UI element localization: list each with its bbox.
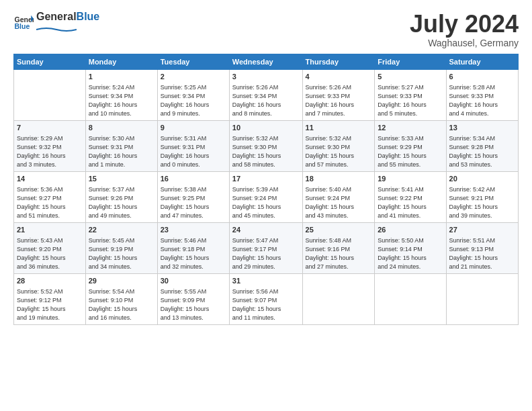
day-info: Sunrise: 5:56 AMSunset: 9:07 PMDaylight:… [232, 287, 300, 322]
calendar-cell: 29Sunrise: 5:54 AMSunset: 9:10 PMDayligh… [85, 274, 157, 325]
day-info: Sunrise: 5:48 AMSunset: 9:16 PMDaylight:… [306, 236, 372, 271]
day-number: 21 [17, 225, 83, 236]
calendar-cell: 28Sunrise: 5:52 AMSunset: 9:12 PMDayligh… [14, 274, 86, 325]
day-info: Sunrise: 5:55 AMSunset: 9:09 PMDaylight:… [161, 287, 226, 322]
logo-text: GeneralBlue [36, 11, 99, 35]
day-number: 19 [378, 174, 443, 185]
col-saturday: Saturday [446, 54, 518, 69]
day-number: 24 [232, 225, 300, 236]
calendar-cell [302, 274, 375, 325]
calendar-cell: 31Sunrise: 5:56 AMSunset: 9:07 PMDayligh… [229, 274, 302, 325]
day-info: Sunrise: 5:31 AMSunset: 9:31 PMDaylight:… [161, 134, 226, 169]
calendar-week-1: 1Sunrise: 5:24 AMSunset: 9:34 PMDaylight… [14, 69, 519, 120]
day-info: Sunrise: 5:39 AMSunset: 9:24 PMDaylight:… [232, 185, 300, 220]
col-wednesday: Wednesday [229, 54, 302, 69]
day-info: Sunrise: 5:43 AMSunset: 9:20 PMDaylight:… [17, 236, 83, 271]
col-sunday: Sunday [14, 54, 86, 69]
day-info: Sunrise: 5:30 AMSunset: 9:31 PMDaylight:… [89, 134, 154, 169]
calendar-cell: 4Sunrise: 5:26 AMSunset: 9:33 PMDaylight… [302, 69, 375, 120]
calendar-cell: 2Sunrise: 5:25 AMSunset: 9:34 PMDaylight… [157, 69, 229, 120]
day-number: 17 [232, 174, 300, 185]
calendar-week-4: 21Sunrise: 5:43 AMSunset: 9:20 PMDayligh… [14, 222, 519, 273]
day-number: 23 [161, 225, 226, 236]
calendar-week-3: 14Sunrise: 5:36 AMSunset: 9:27 PMDayligh… [14, 171, 519, 222]
day-info: Sunrise: 5:46 AMSunset: 9:18 PMDaylight:… [161, 236, 226, 271]
day-number: 25 [306, 225, 372, 236]
day-number: 11 [306, 123, 372, 134]
location-title: Waghausel, Germany [410, 38, 519, 48]
day-number: 26 [378, 225, 443, 236]
logo-general: General [36, 11, 77, 22]
calendar-cell: 18Sunrise: 5:40 AMSunset: 9:24 PMDayligh… [302, 171, 375, 222]
day-number: 6 [449, 72, 515, 83]
calendar-cell: 7Sunrise: 5:29 AMSunset: 9:32 PMDaylight… [14, 120, 86, 171]
day-info: Sunrise: 5:42 AMSunset: 9:21 PMDaylight:… [449, 185, 515, 220]
day-number: 5 [378, 72, 443, 83]
day-info: Sunrise: 5:28 AMSunset: 9:33 PMDaylight:… [449, 83, 515, 118]
calendar-cell: 14Sunrise: 5:36 AMSunset: 9:27 PMDayligh… [14, 171, 86, 222]
day-info: Sunrise: 5:26 AMSunset: 9:33 PMDaylight:… [306, 83, 372, 118]
day-number: 18 [306, 174, 372, 185]
day-number: 3 [232, 72, 300, 83]
day-number: 31 [232, 276, 300, 287]
day-number: 4 [306, 72, 372, 83]
day-number: 10 [232, 123, 300, 134]
calendar-cell: 13Sunrise: 5:34 AMSunset: 9:28 PMDayligh… [446, 120, 518, 171]
day-number: 8 [89, 123, 154, 134]
day-info: Sunrise: 5:41 AMSunset: 9:22 PMDaylight:… [378, 185, 443, 220]
day-number: 29 [89, 276, 154, 287]
calendar-cell: 1Sunrise: 5:24 AMSunset: 9:34 PMDaylight… [85, 69, 157, 120]
calendar-week-5: 28Sunrise: 5:52 AMSunset: 9:12 PMDayligh… [14, 274, 519, 325]
day-info: Sunrise: 5:27 AMSunset: 9:33 PMDaylight:… [378, 83, 443, 118]
col-friday: Friday [375, 54, 446, 69]
day-number: 27 [449, 225, 515, 236]
calendar-cell: 24Sunrise: 5:47 AMSunset: 9:17 PMDayligh… [229, 222, 302, 273]
month-title: July 2024 [410, 11, 519, 38]
calendar-cell [14, 69, 86, 120]
logo-blue: Blue [77, 11, 100, 22]
title-area: July 2024 Waghausel, Germany [410, 11, 519, 48]
calendar-cell: 23Sunrise: 5:46 AMSunset: 9:18 PMDayligh… [157, 222, 229, 273]
calendar-cell: 17Sunrise: 5:39 AMSunset: 9:24 PMDayligh… [229, 171, 302, 222]
calendar-cell: 15Sunrise: 5:37 AMSunset: 9:26 PMDayligh… [85, 171, 157, 222]
calendar-cell: 8Sunrise: 5:30 AMSunset: 9:31 PMDaylight… [85, 120, 157, 171]
day-info: Sunrise: 5:25 AMSunset: 9:34 PMDaylight:… [161, 83, 226, 118]
day-number: 7 [17, 123, 83, 134]
day-number: 13 [449, 123, 515, 134]
calendar-table: Sunday Monday Tuesday Wednesday Thursday… [13, 54, 519, 326]
calendar-cell: 25Sunrise: 5:48 AMSunset: 9:16 PMDayligh… [302, 222, 375, 273]
col-thursday: Thursday [302, 54, 375, 69]
calendar-cell: 21Sunrise: 5:43 AMSunset: 9:20 PMDayligh… [14, 222, 86, 273]
calendar-cell: 3Sunrise: 5:26 AMSunset: 9:34 PMDaylight… [229, 69, 302, 120]
page-container: General Blue GeneralBlue July 2024 Wagha… [0, 0, 532, 332]
day-info: Sunrise: 5:47 AMSunset: 9:17 PMDaylight:… [232, 236, 300, 271]
day-info: Sunrise: 5:51 AMSunset: 9:13 PMDaylight:… [449, 236, 515, 271]
day-info: Sunrise: 5:24 AMSunset: 9:34 PMDaylight:… [89, 83, 154, 118]
day-number: 30 [161, 276, 226, 287]
day-number: 1 [89, 72, 154, 83]
day-info: Sunrise: 5:32 AMSunset: 9:30 PMDaylight:… [306, 134, 372, 169]
day-number: 15 [89, 174, 154, 185]
logo-wave-icon [36, 27, 77, 32]
col-monday: Monday [85, 54, 157, 69]
calendar-cell: 30Sunrise: 5:55 AMSunset: 9:09 PMDayligh… [157, 274, 229, 325]
day-number: 16 [161, 174, 226, 185]
day-number: 20 [449, 174, 515, 185]
day-number: 28 [17, 276, 83, 287]
day-info: Sunrise: 5:34 AMSunset: 9:28 PMDaylight:… [449, 134, 515, 169]
day-number: 22 [89, 225, 154, 236]
calendar-cell: 12Sunrise: 5:33 AMSunset: 9:29 PMDayligh… [375, 120, 446, 171]
header-row: Sunday Monday Tuesday Wednesday Thursday… [14, 54, 519, 69]
day-info: Sunrise: 5:26 AMSunset: 9:34 PMDaylight:… [232, 83, 300, 118]
day-info: Sunrise: 5:29 AMSunset: 9:32 PMDaylight:… [17, 134, 83, 169]
calendar-cell: 11Sunrise: 5:32 AMSunset: 9:30 PMDayligh… [302, 120, 375, 171]
day-number: 9 [161, 123, 226, 134]
calendar-cell: 9Sunrise: 5:31 AMSunset: 9:31 PMDaylight… [157, 120, 229, 171]
header: General Blue GeneralBlue July 2024 Wagha… [13, 11, 519, 48]
calendar-cell: 5Sunrise: 5:27 AMSunset: 9:33 PMDaylight… [375, 69, 446, 120]
day-number: 12 [378, 123, 443, 134]
day-info: Sunrise: 5:45 AMSunset: 9:19 PMDaylight:… [89, 236, 154, 271]
calendar-week-2: 7Sunrise: 5:29 AMSunset: 9:32 PMDaylight… [14, 120, 519, 171]
calendar-cell: 6Sunrise: 5:28 AMSunset: 9:33 PMDaylight… [446, 69, 518, 120]
calendar-cell [446, 274, 518, 325]
